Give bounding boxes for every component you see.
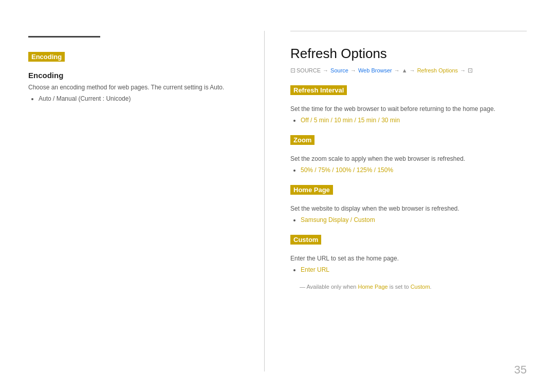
encoding-tag: Encoding — [28, 52, 65, 62]
arrow4: → — [410, 67, 415, 73]
home-page-tag: Home Page — [290, 185, 333, 195]
breadcrumb-end-icon: ⊡ — [468, 67, 473, 74]
home-page-note-link: Home Page — [358, 284, 388, 290]
breadcrumb-refresh-options: Refresh Options — [417, 67, 458, 73]
arrow5: → — [460, 67, 466, 73]
refresh-interval-bullet-item: Off / 5 min / 10 min / 15 min / 30 min — [301, 117, 527, 124]
custom-section: Custom Enter the URL to set as the home … — [290, 235, 527, 290]
page-container: Encoding Encoding Choose an encoding met… — [0, 0, 555, 392]
home-page-bullet-item: Samsung Display / Custom — [301, 216, 527, 223]
arrow3: → — [394, 67, 400, 73]
zoom-bullet-list: 50% / 75% / 100% / 125% / 150% — [290, 166, 527, 174]
encoding-bullet-item: Auto / Manual (Current : Unicode) — [39, 95, 244, 102]
refresh-interval-options: Off / 5 min / 10 min / 15 min / 30 min — [301, 117, 400, 124]
home-page-desc: Set the website to display when the web … — [290, 204, 527, 213]
refresh-interval-section: Refresh Interval Set the time for the we… — [290, 85, 527, 124]
breadcrumb-webbrowser-link[interactable]: Web Browser — [358, 67, 392, 73]
zoom-tag: Zoom — [290, 135, 314, 145]
arrow1: → — [323, 67, 328, 73]
breadcrumb-up-icon: ▲ — [402, 67, 408, 73]
page-number: 35 — [514, 363, 527, 377]
zoom-bullet-item: 50% / 75% / 100% / 125% / 150% — [301, 166, 527, 174]
encoding-section: Encoding Choose an encoding method for w… — [28, 71, 244, 102]
page-title: Refresh Options — [290, 46, 527, 62]
arrow2: → — [350, 67, 356, 73]
source-icon: ⊡ — [290, 67, 295, 74]
breadcrumb: ⊡ SOURCE → Source → Web Browser → ▲ → Re… — [290, 67, 527, 74]
encoding-desc: Choose an encoding method for web pages.… — [28, 83, 244, 92]
refresh-interval-tag: Refresh Interval — [290, 85, 347, 95]
zoom-section: Zoom Set the zoom scale to apply when th… — [290, 135, 527, 174]
breadcrumb-source-link[interactable]: Source — [330, 67, 348, 73]
custom-bullet-list: Enter URL — [290, 266, 527, 273]
zoom-options: 50% / 75% / 100% / 125% / 150% — [301, 166, 393, 174]
custom-note-link: Custom — [411, 284, 430, 290]
source-label: SOURCE — [297, 67, 321, 73]
encoding-bullet-list: Auto / Manual (Current : Unicode) — [28, 95, 244, 102]
custom-tag: Custom — [290, 235, 321, 245]
zoom-desc: Set the zoom scale to apply when the web… — [290, 154, 527, 163]
enter-url-link[interactable]: Enter URL — [301, 266, 329, 273]
custom-desc: Enter the URL to set as the home page. — [290, 254, 527, 263]
home-page-section: Home Page Set the website to display whe… — [290, 185, 527, 223]
home-page-bullet-list: Samsung Display / Custom — [290, 216, 527, 223]
home-page-options: Samsung Display / Custom — [301, 216, 375, 223]
custom-sub-note: Available only when Home Page is set to … — [290, 284, 527, 290]
custom-bullet-item: Enter URL — [301, 266, 527, 273]
right-column: Refresh Options ⊡ SOURCE → Source → Web … — [265, 31, 527, 371]
encoding-title: Encoding — [28, 71, 244, 80]
left-column: Encoding Encoding Choose an encoding met… — [28, 31, 265, 371]
refresh-interval-bullet-list: Off / 5 min / 10 min / 15 min / 30 min — [290, 117, 527, 124]
refresh-interval-desc: Set the time for the web browser to wait… — [290, 104, 527, 114]
